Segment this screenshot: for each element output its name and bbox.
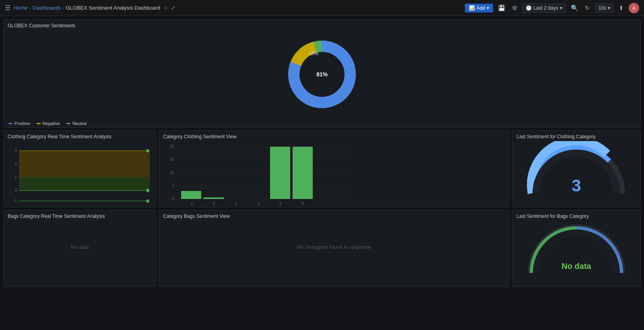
svg-text:10: 10 [170,170,175,175]
bags-gauge-svg: No data [524,221,629,285]
svg-text:15: 15 [170,157,175,162]
clothing-realtime-panel: Clothing Category Real Time Sentiment An… [3,130,156,207]
clothing-realtime-chart: 3 2 1 0 -1 [4,141,156,207]
bags-no-data: No data [4,221,156,273]
last-sentiment-bags-panel: Last Sentiment for Bags Category No data [512,210,641,287]
svg-text:5: 5 [172,183,174,188]
svg-text:1: 1 [14,175,17,179]
clothing-sentiment-title: Category Clothing Sentiment View [159,131,509,141]
bags-sentiment-title: Category Bags Sentiment View [159,210,509,221]
chart-legend: Positive Negative Neutral [4,119,640,128]
bags-realtime-title: Bags Category Real Time Sentiment Analys… [4,210,156,221]
main-panel: GLOBEX Customer Sentiments [3,19,641,128]
fullscreen-button[interactable]: ⬆ [617,3,625,13]
topbar-right: 📊 Add ▾ 💾 ⚙ 🕐 Last 2 days ▾ 🔍 ↻ 10s ▾ ⬆ … [465,3,639,13]
add-icon: 📊 [469,5,475,11]
breadcrumb: Home › Dashboards › GLOBEX Sentiment Ana… [14,5,160,11]
last-sentiment-bags-title: Last Sentiment for Bags Category [512,210,640,221]
bags-sentiment-panel: Category Bags Sentiment View No histogra… [159,210,510,287]
clothing-line-chart: 3 2 1 0 -1 [7,143,152,207]
neutral-label: Neutral [72,121,87,126]
positive-dot [8,123,12,124]
legend-positive: Positive [8,121,30,126]
bags-gauge-nodata: No data [561,262,591,271]
clothing-gauge-svg: 3 [524,141,629,205]
svg-text:1: 1 [235,201,237,206]
clothing-realtime-title: Clothing Category Real Time Sentiment An… [4,131,156,141]
breadcrumb-current: GLOBEX Sentiment Analysis Dashboard [66,5,160,11]
left-col: Clothing Category Real Time Sentiment An… [3,130,156,287]
negative-dot [37,123,41,124]
clock-icon: 🕐 [526,5,532,11]
breadcrumb-sep1: › [29,5,31,11]
svg-text:20: 20 [170,144,175,149]
legend-negative: Negative [37,121,60,126]
svg-text:2: 2 [14,162,17,166]
breadcrumb-dashboards[interactable]: Dashboards [33,5,61,11]
clothing-bar-chart: 20 15 10 5 0 [162,143,355,207]
main-panel-title: GLOBEX Customer Sentiments [4,20,640,30]
settings-button[interactable]: ⚙ [510,3,519,13]
topbar-left: ☰ Home › Dashboards › GLOBEX Sentiment A… [5,4,175,12]
svg-text:0: 0 [213,201,215,206]
neutral-dot [66,123,70,124]
right-col: Last Sentiment for Clothing Category [512,130,641,287]
legend-neutral: Neutral [66,121,87,126]
refresh-button[interactable]: ↻ [583,3,592,13]
zoom-out-button[interactable]: 🔍 [569,3,580,13]
svg-text:0: 0 [172,197,174,201]
svg-text:-1: -1 [190,201,193,206]
clothing-bar-chart-area: 20 15 10 5 0 [159,141,509,207]
clothing-gauge-value: 3 [572,176,581,195]
svg-text:0: 0 [14,188,17,193]
svg-rect-36 [181,191,201,199]
svg-rect-19 [19,177,150,191]
svg-text:81%: 81% [316,71,328,78]
last-sentiment-clothing-title: Last Sentiment for Clothing Category [512,131,640,141]
last-sentiment-clothing-panel: Last Sentiment for Clothing Category [512,130,641,207]
user-avatar[interactable]: A [629,3,639,13]
mid-col: Category Clothing Sentiment View 20 15 [159,130,510,287]
donut-container: 81% 15% [4,30,640,119]
svg-text:2: 2 [258,201,260,206]
share-icon[interactable]: ⤢ [171,5,175,11]
topbar: ☰ Home › Dashboards › GLOBEX Sentiment A… [0,0,644,16]
save-button[interactable]: 💾 [496,3,507,13]
donut-chart: 81% 15% [282,34,362,115]
bags-gauge: No data [512,221,640,285]
hamburger-icon[interactable]: ☰ [5,4,10,12]
add-button[interactable]: 📊 Add ▾ [465,4,493,12]
svg-text:4: 4 [301,201,304,206]
bags-realtime-panel: Bags Category Real Time Sentiment Analys… [3,210,156,287]
svg-rect-38 [270,147,290,199]
clothing-sentiment-panel: Category Clothing Sentiment View 20 15 [159,130,510,207]
negative-label: Negative [43,121,60,126]
refresh-interval-button[interactable]: 10s ▾ [595,3,614,13]
breadcrumb-home[interactable]: Home [14,5,28,11]
svg-rect-37 [204,197,224,199]
positive-label: Positive [14,121,30,126]
svg-text:3: 3 [279,201,281,206]
bags-no-histogram: No histogram found in response [159,221,509,273]
interval-chevron: ▾ [608,5,610,11]
time-chevron: ▾ [560,5,562,11]
svg-text:15%: 15% [310,51,318,56]
svg-rect-39 [293,147,313,199]
add-chevron: ▾ [487,5,489,11]
bottom-grid: Clothing Category Real Time Sentiment An… [3,130,641,287]
svg-text:-1: -1 [13,199,17,203]
svg-text:3: 3 [14,148,17,153]
dashboard: GLOBEX Customer Sentiments [0,16,644,330]
time-range-button[interactable]: 🕐 Last 2 days ▾ [522,3,566,13]
star-icon[interactable]: ☆ [163,5,168,11]
clothing-gauge: 3 [512,141,640,205]
breadcrumb-sep2: › [62,5,64,11]
